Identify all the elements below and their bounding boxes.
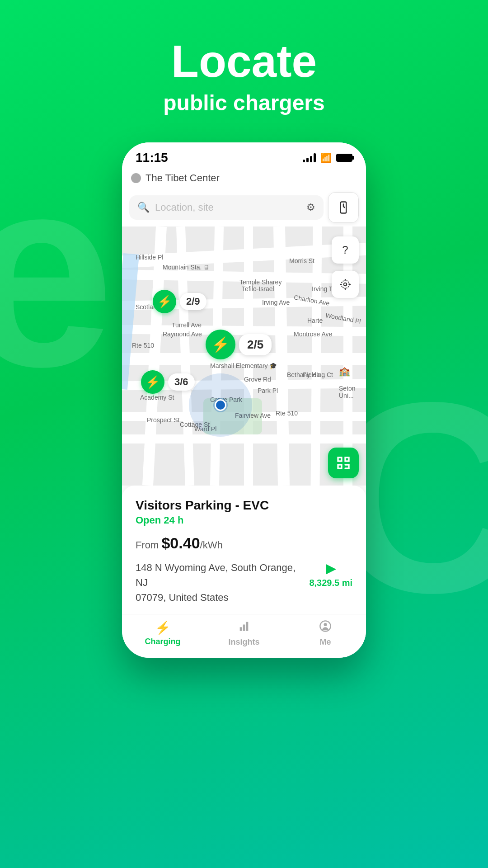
svg-rect-13 [240, 627, 242, 631]
distance-info[interactable]: ▶ 8,329.5 mi [309, 560, 352, 588]
address-line1: 148 N Wyoming Ave, South Orange, NJ [136, 562, 296, 588]
station-name: Visitors Parking - EVC [136, 498, 352, 513]
svg-point-2 [341, 280, 349, 288]
charger-marker-1[interactable]: ⚡ 2/9 [153, 290, 206, 313]
charging-icon: ⚡ [155, 620, 171, 635]
insights-label: Insights [228, 637, 259, 647]
filter-icon[interactable]: ⚙ [306, 202, 315, 213]
hero-subtitle: public chargers [163, 90, 324, 115]
search-container: 🔍 Location, site ⚙ [122, 189, 366, 226]
charger-marker-3-label: 3/6 [168, 373, 195, 391]
wifi-icon: 📶 [320, 152, 332, 163]
distance-value: 8,329.5 mi [309, 578, 352, 588]
search-icon: 🔍 [137, 202, 150, 213]
svg-rect-8 [345, 458, 349, 461]
charger-marker-2-label: 2/5 [239, 334, 272, 355]
charger-marker-1-label: 2/9 [180, 293, 206, 310]
search-box[interactable]: 🔍 Location, site ⚙ [129, 195, 324, 220]
hero-title: Locate [163, 36, 324, 86]
charger-marker-1-icon: ⚡ [153, 290, 176, 313]
user-dot [215, 399, 226, 411]
locate-button[interactable] [332, 271, 359, 298]
charger-marker-3-icon: ⚡ [141, 370, 164, 394]
nav-me[interactable]: Me [285, 620, 366, 647]
help-button[interactable]: ? [332, 236, 359, 264]
hero-section: Locate public chargers [163, 36, 324, 115]
scan-button[interactable] [328, 448, 359, 478]
search-input[interactable]: Location, site [155, 202, 301, 213]
charger-marker-2[interactable]: ⚡ 2/5 [206, 330, 272, 359]
station-hours: Open 24 h [136, 514, 352, 526]
svg-point-1 [344, 283, 347, 286]
nav-insights[interactable]: Insights [203, 620, 285, 647]
svg-rect-15 [246, 622, 249, 631]
info-card: Visitors Parking - EVC Open 24 h From $0… [122, 486, 366, 614]
charger-type-button[interactable] [328, 192, 359, 223]
nav-charging[interactable]: ⚡ Charging [122, 620, 203, 646]
price-unit: /kWh [200, 539, 223, 551]
status-time: 11:15 [136, 151, 168, 165]
bottom-nav: ⚡ Charging Insights Me [122, 614, 366, 658]
svg-rect-7 [338, 458, 342, 461]
phone-mockup: 11:15 📶 The Tibet Center 🔍 Location, sit… [122, 142, 366, 658]
location-label: The Tibet Center [145, 172, 220, 184]
address-line2: 07079, United States [136, 592, 228, 603]
station-price: From $0.40/kWh [136, 534, 352, 552]
station-address: 148 N Wyoming Ave, South Orange, NJ 0707… [136, 560, 309, 605]
navigate-icon: ▶ [326, 560, 336, 576]
charger-marker-2-icon: ⚡ [206, 330, 235, 359]
svg-point-17 [324, 623, 327, 626]
insights-icon [238, 620, 250, 636]
svg-rect-9 [338, 465, 342, 468]
svg-rect-14 [243, 625, 245, 631]
watermark-left: e [0, 136, 115, 407]
map-area[interactable]: Mountain Sta. 🖥 Temple Sharey Tefilo-Isr… [122, 226, 366, 486]
charging-label: Charging [145, 637, 181, 646]
signal-icon [303, 153, 316, 162]
status-bar: 11:15 📶 [122, 142, 366, 170]
price-prefix: From [136, 539, 161, 551]
battery-icon [336, 154, 352, 162]
charger-marker-3[interactable]: ⚡ 3/6 [141, 370, 195, 394]
me-icon [319, 620, 332, 636]
location-bar: The Tibet Center [122, 170, 366, 189]
me-label: Me [319, 637, 331, 647]
location-dot-icon [131, 173, 141, 183]
address-row: 148 N Wyoming Ave, South Orange, NJ 0707… [136, 560, 352, 605]
price-value: $0.40 [161, 534, 200, 552]
status-icons: 📶 [303, 152, 352, 163]
